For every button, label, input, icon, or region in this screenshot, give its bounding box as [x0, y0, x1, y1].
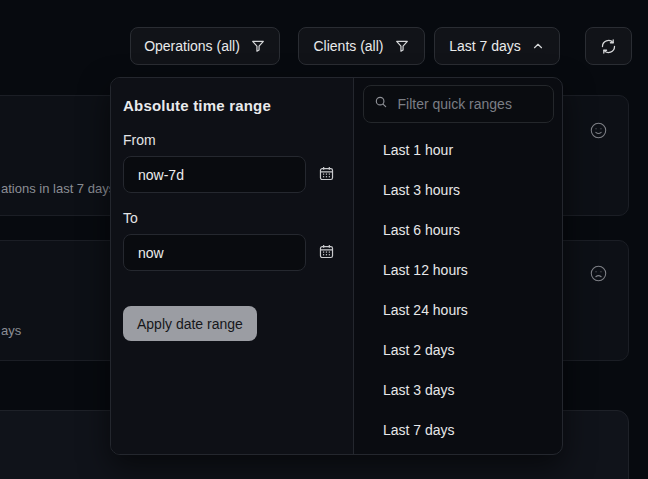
filter-funnel-icon	[250, 38, 266, 54]
refresh-icon	[600, 38, 617, 55]
search-icon	[374, 95, 388, 113]
sad-face-icon	[589, 264, 608, 283]
to-calendar-button[interactable]	[318, 243, 335, 263]
from-label: From	[123, 132, 341, 148]
card-subtitle: ays	[1, 324, 21, 338]
quick-range-item[interactable]: Last 7 days	[354, 410, 562, 450]
time-range-picker-panel: Absolute time range From To	[110, 77, 563, 455]
chevron-up-icon	[531, 39, 545, 53]
clients-filter-button[interactable]: Clients (all)	[298, 27, 425, 65]
quick-ranges-list: Last 1 hourLast 3 hoursLast 6 hoursLast …	[354, 130, 562, 450]
quick-range-item[interactable]: Last 12 hours	[354, 250, 562, 290]
absolute-time-range-section: Absolute time range From To	[111, 78, 354, 454]
time-range-dropdown-button[interactable]: Last 7 days	[434, 27, 560, 65]
filter-funnel-icon	[394, 38, 410, 54]
to-label: To	[123, 210, 341, 226]
time-range-label: Last 7 days	[449, 38, 521, 54]
quick-range-item[interactable]: Last 3 hours	[354, 170, 562, 210]
apply-date-range-button[interactable]: Apply date range	[123, 306, 257, 341]
operations-filter-label: Operations (all)	[144, 38, 240, 54]
card-subtitle: ations in last 7 days	[1, 182, 115, 196]
calendar-icon	[318, 243, 335, 263]
refresh-button[interactable]	[585, 27, 632, 65]
quick-range-item[interactable]: Last 2 days	[354, 330, 562, 370]
quick-range-item[interactable]: Last 24 hours	[354, 290, 562, 330]
operations-filter-button[interactable]: Operations (all)	[130, 27, 280, 65]
from-input[interactable]	[123, 156, 306, 193]
happy-face-icon	[589, 121, 608, 140]
quick-ranges-filter-input[interactable]	[396, 95, 543, 113]
to-input[interactable]	[123, 234, 306, 271]
quick-range-item[interactable]: Last 6 hours	[354, 210, 562, 250]
from-calendar-button[interactable]	[318, 165, 335, 185]
clients-filter-label: Clients (all)	[313, 38, 383, 54]
absolute-time-range-title: Absolute time range	[123, 97, 341, 114]
quick-ranges-search	[363, 85, 554, 123]
calendar-icon	[318, 165, 335, 185]
quick-range-item[interactable]: Last 3 days	[354, 370, 562, 410]
quick-range-item[interactable]: Last 1 hour	[354, 130, 562, 170]
quick-ranges-section: Last 1 hourLast 3 hoursLast 6 hoursLast …	[354, 78, 562, 454]
